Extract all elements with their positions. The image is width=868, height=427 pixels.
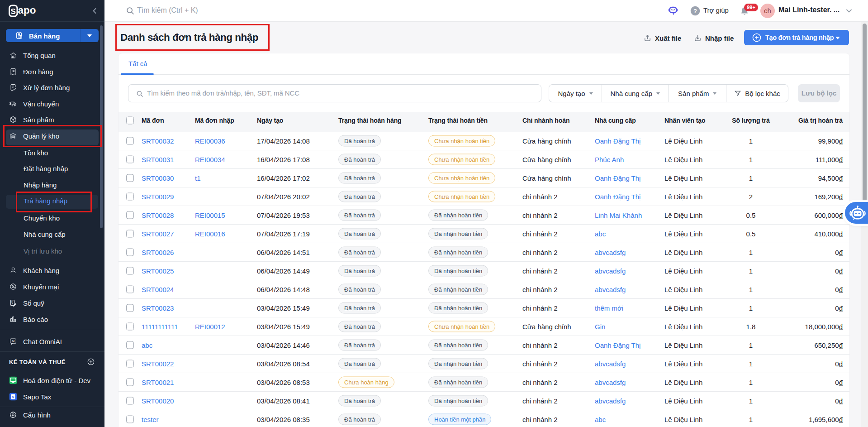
svg-text:?: ? xyxy=(693,8,697,14)
svg-text:S: S xyxy=(11,7,16,16)
svg-text:$: $ xyxy=(11,300,13,303)
svg-text:AI: AI xyxy=(12,340,14,343)
svg-text:$: $ xyxy=(12,395,14,399)
svg-text:apo: apo xyxy=(18,5,36,16)
